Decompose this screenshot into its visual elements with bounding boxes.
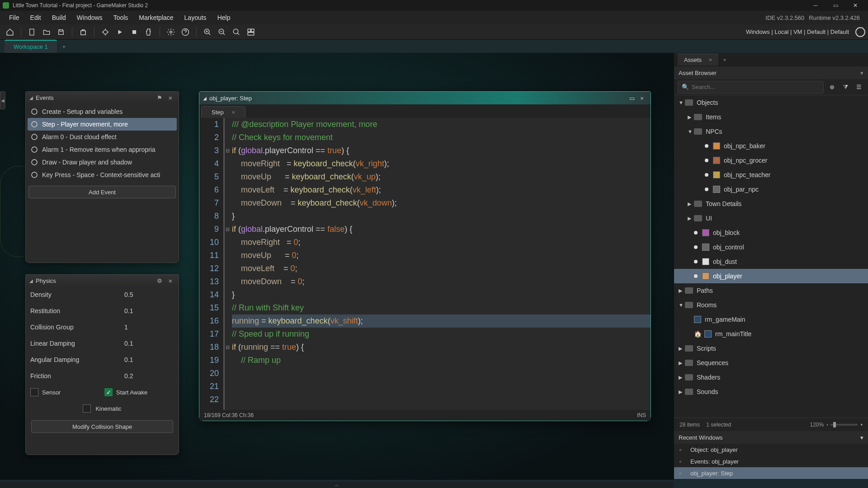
tree-arrow-icon[interactable]: ▶ [679, 346, 685, 352]
tree-row[interactable]: ▶Town Details [674, 197, 868, 211]
target-text[interactable]: Windows | Local | VM | Default | Default [746, 28, 852, 35]
code-restore-icon[interactable]: ▭ [627, 93, 637, 103]
zoom-out-icon[interactable] [216, 26, 228, 38]
menu-icon[interactable]: ☰ [854, 82, 864, 93]
filter-icon[interactable]: ⧩ [840, 82, 851, 93]
physics-close-icon[interactable]: × [166, 276, 175, 285]
collapsed-panel-handle[interactable]: ◀ [0, 91, 5, 109]
tree-row[interactable]: obj_npc_grocer [674, 153, 868, 168]
physics-value[interactable]: 0.2 [124, 372, 174, 380]
tree-row[interactable]: ▶Sounds [674, 385, 868, 399]
open-icon[interactable] [40, 26, 53, 38]
tree-arrow-icon[interactable]: ▶ [679, 360, 685, 366]
tree-row[interactable]: ▶Shaders [674, 370, 868, 385]
collapse-arrow-icon[interactable]: ◢ [203, 96, 207, 101]
event-row[interactable]: Step - Player movement, more [28, 118, 177, 131]
tree-row[interactable]: obj_dust [674, 254, 868, 269]
tree-arrow-icon[interactable]: ▶ [679, 375, 685, 380]
code-tab-close-icon[interactable]: × [231, 109, 235, 116]
event-row[interactable]: Key Press - Space - Context-sensitive ac… [28, 169, 177, 181]
zoom-min-icon[interactable]: ▪ [826, 422, 828, 427]
tree-arrow-icon[interactable]: ▶ [688, 216, 694, 221]
collapse-arrow-icon[interactable]: ◢ [29, 95, 33, 100]
dropdown-icon[interactable]: ▾ [860, 434, 863, 441]
zoom-reset-icon[interactable] [230, 26, 243, 38]
assets-tab-add[interactable]: + [718, 54, 731, 66]
tree-arrow-icon[interactable]: ▼ [679, 302, 685, 308]
recent-window-row[interactable]: ▫Object: obj_player [674, 444, 868, 455]
search-box[interactable]: 🔍 [678, 81, 824, 94]
menu-tools[interactable]: Tools [108, 12, 134, 23]
code-close-icon[interactable]: × [637, 93, 647, 103]
recent-window-row[interactable]: ▫obj_player: Step [674, 467, 868, 479]
menu-build[interactable]: Build [47, 12, 71, 23]
event-row[interactable]: Alarm 0 - Dust cloud effect [28, 131, 177, 143]
asset-browser-header[interactable]: Asset Browser ▾ [674, 66, 868, 79]
tree-row[interactable]: rm_gameMain [674, 312, 868, 327]
tree-arrow-icon[interactable]: ▼ [688, 129, 694, 134]
physics-value[interactable]: 0.1 [124, 340, 174, 347]
zoom-slider[interactable] [830, 424, 858, 426]
stop-icon[interactable] [128, 26, 141, 38]
menu-windows[interactable]: Windows [71, 12, 108, 23]
search-input[interactable] [692, 84, 820, 90]
physics-value[interactable]: 0.1 [124, 356, 174, 363]
physics-value[interactable]: 1 [124, 324, 174, 331]
physics-value[interactable]: 0.1 [124, 307, 174, 314]
docking-icon[interactable] [245, 26, 257, 38]
tree-row[interactable]: ▶Items [674, 110, 868, 124]
physics-value[interactable]: 0.5 [124, 291, 174, 298]
settings-icon[interactable] [165, 26, 177, 38]
tree-row[interactable]: ▼Objects [674, 95, 868, 110]
target-icon[interactable] [855, 27, 865, 37]
tree-arrow-icon[interactable]: ▶ [679, 288, 685, 294]
event-row[interactable]: Alarm 1 - Remove items when appropria [28, 143, 177, 156]
physics-gear-icon[interactable]: ⚙ [155, 276, 164, 285]
recent-window-row[interactable]: ▫Events: obj_player [674, 455, 868, 467]
event-row[interactable]: Draw - Draw player and shadow [28, 156, 177, 169]
tree-row[interactable]: obj_block [674, 225, 868, 240]
collapse-arrow-icon[interactable]: ◢ [29, 278, 33, 283]
new-icon[interactable] [26, 26, 38, 38]
tree-arrow-icon[interactable]: ▶ [688, 114, 694, 120]
workspace-tab[interactable]: Workspace 1 [5, 40, 57, 53]
tree-row[interactable]: ▶UI [674, 211, 868, 225]
home-icon[interactable] [4, 26, 16, 38]
tree-arrow-icon[interactable]: ▶ [679, 389, 685, 395]
assets-tab-close-icon[interactable]: × [709, 56, 712, 63]
event-row[interactable]: Create - Setup and variables [28, 105, 177, 118]
tree-row[interactable]: ▶Sequences [674, 356, 868, 370]
tree-arrow-icon[interactable]: ▼ [679, 100, 685, 105]
zoom-in-icon[interactable] [201, 26, 214, 38]
tree-arrow-icon[interactable]: ▶ [688, 201, 694, 207]
tree-row[interactable]: obj_control [674, 240, 868, 254]
events-flag-icon[interactable]: ⚑ [155, 93, 164, 102]
code-tab[interactable]: Step × [201, 106, 245, 118]
minimize-button[interactable]: ─ [806, 0, 826, 11]
start-awake-checkbox[interactable]: ✓ [104, 388, 113, 396]
sensor-checkbox[interactable] [30, 388, 38, 396]
recent-windows-header[interactable]: Recent Windows ▾ [674, 431, 868, 444]
tree-row[interactable]: ▶Scripts [674, 341, 868, 356]
menu-marketplace[interactable]: Marketplace [133, 12, 179, 23]
add-asset-icon[interactable]: ⊕ [826, 82, 837, 93]
close-button[interactable]: ✕ [845, 0, 865, 11]
maximize-button[interactable]: ▭ [826, 0, 845, 11]
tree-row[interactable]: 🏠rm_mainTitle [674, 327, 868, 341]
workspace-add[interactable]: + [57, 41, 71, 53]
play-icon[interactable] [113, 26, 126, 38]
asset-tree[interactable]: ▼Objects▶Items▼NPCsobj_npc_bakerobj_npc_… [674, 95, 868, 418]
tree-row[interactable]: ▶Paths [674, 283, 868, 298]
menu-file[interactable]: File [4, 12, 25, 23]
zoom-max-icon[interactable]: ▪ [860, 421, 863, 428]
save-icon[interactable] [55, 26, 67, 38]
tree-row[interactable]: obj_player [674, 269, 868, 283]
kinematic-checkbox[interactable] [83, 404, 91, 413]
menu-edit[interactable]: Edit [25, 12, 47, 23]
tree-row[interactable]: ▼Rooms [674, 298, 868, 312]
debug-icon[interactable] [99, 26, 112, 38]
tree-row[interactable]: obj_npc_baker [674, 139, 868, 153]
package-icon[interactable] [77, 26, 90, 38]
bottom-dock-handle[interactable]: ︽ [0, 482, 674, 488]
help-icon[interactable] [179, 26, 192, 38]
